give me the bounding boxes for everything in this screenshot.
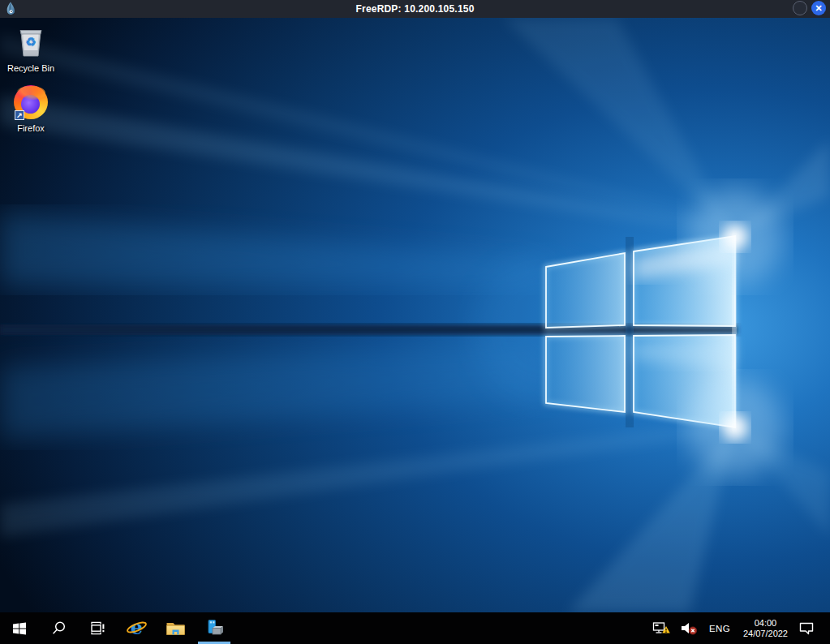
clock[interactable]: 04:00 24/07/2022 xyxy=(737,612,794,644)
tray-date: 24/07/2022 xyxy=(743,629,788,639)
action-center-button[interactable] xyxy=(794,612,819,644)
taskbar-empty-area[interactable] xyxy=(234,612,648,644)
volume-button[interactable] xyxy=(676,612,703,644)
svg-text:e: e xyxy=(130,617,142,639)
recycle-bin-icon: ♻ xyxy=(13,24,49,60)
search-button[interactable] xyxy=(39,612,78,644)
tray-time: 04:00 xyxy=(755,618,777,629)
action-center-icon xyxy=(798,621,815,635)
language-indicator[interactable]: ENG xyxy=(703,612,737,644)
close-icon: ✕ xyxy=(815,4,822,13)
network-warning-icon xyxy=(652,621,672,636)
internet-explorer-icon: e xyxy=(126,617,148,639)
running-app-button[interactable] xyxy=(195,612,234,644)
file-explorer-button[interactable] xyxy=(156,612,195,644)
wallpaper xyxy=(0,18,830,612)
desktop-icon-firefox[interactable]: ↗ Firefox xyxy=(0,84,62,133)
minimize-button[interactable] xyxy=(793,1,807,15)
shortcut-arrow-icon: ↗ xyxy=(15,110,24,120)
titlebar[interactable]: FreeRDP: 10.200.105.150 ✕ xyxy=(0,0,830,18)
file-explorer-icon xyxy=(166,620,186,637)
taskbar: e xyxy=(0,612,830,644)
svg-text:♻: ♻ xyxy=(25,35,36,49)
desktop-icon-label: Recycle Bin xyxy=(7,63,54,73)
system-tray: ENG 04:00 24/07/2022 xyxy=(648,612,830,644)
window-title: FreeRDP: 10.200.105.150 xyxy=(0,0,830,18)
running-app-icon xyxy=(205,619,224,638)
desktop[interactable]: ♻ Recycle Bin ↗ Firefox xyxy=(0,18,830,612)
search-icon xyxy=(51,620,67,636)
internet-explorer-button[interactable]: e xyxy=(117,612,156,644)
start-button[interactable] xyxy=(0,612,39,644)
windows-start-icon xyxy=(11,620,28,637)
network-status-button[interactable] xyxy=(648,612,676,644)
desktop-icon-label: Firefox xyxy=(17,123,45,133)
task-view-button[interactable] xyxy=(78,612,117,644)
freerdp-window: FreeRDP: 10.200.105.150 ✕ xyxy=(0,0,830,644)
task-view-icon xyxy=(89,620,106,636)
volume-muted-icon xyxy=(680,621,699,635)
close-button[interactable]: ✕ xyxy=(811,1,826,15)
desktop-icon-recycle-bin[interactable]: ♻ Recycle Bin xyxy=(0,24,62,73)
